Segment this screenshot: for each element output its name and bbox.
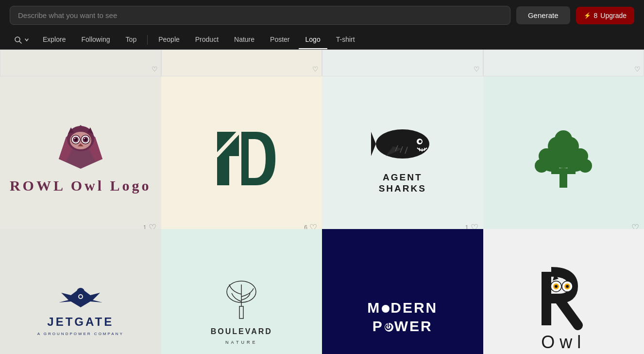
lightning-icon: ⚡ (584, 12, 591, 19)
partial-card-2: ♡ (161, 50, 322, 76)
nav-item-tshirt[interactable]: T-shirt (329, 31, 362, 49)
search-bar[interactable]: Describe what you want to see (10, 6, 510, 25)
partial-like-3[interactable]: ♡ (474, 65, 480, 73)
rowl-text: ROWL Owl Logo (10, 177, 152, 194)
boulevard-main-text: BOULEVARD (211, 327, 272, 336)
jetgate-svg (47, 283, 115, 312)
rowl-logo: ROWL Owl Logo (10, 120, 152, 194)
nav-bar: Explore Following Top People Product Nat… (0, 31, 644, 50)
partial-card-3: ♡ (322, 50, 483, 76)
svg-rect-51 (542, 272, 551, 325)
rowl-owl-svg (51, 120, 110, 174)
agent-sharks-text: AGENT SHARKS (379, 172, 426, 195)
svg-point-43 (578, 159, 592, 173)
owl-r-text: Owl (541, 332, 586, 353)
logo-grid: ROWL Owl Logo 1 ♡ (0, 76, 644, 354)
boulevard-sub-text: NATURE (225, 340, 257, 345)
shark-svg (371, 120, 434, 168)
nav-item-poster[interactable]: Poster (263, 31, 296, 49)
upgrade-button[interactable]: ⚡ 8 Upgrade (576, 7, 635, 24)
nav-item-people[interactable]: People (152, 31, 186, 49)
modern-power-logo: MDERNP⏻WER (367, 284, 438, 335)
partial-like-4[interactable]: ♡ (634, 65, 641, 73)
nav-item-following[interactable]: Following (74, 31, 117, 49)
modern-power-icon-svg (388, 284, 417, 299)
partial-like-1[interactable]: ♡ (152, 65, 158, 73)
partial-card-4: ♡ (483, 50, 644, 76)
modern-power-text: MDERNP⏻WER (367, 299, 438, 335)
nav-search-icon[interactable] (10, 32, 34, 48)
boulevard-logo: BOULEVARD NATURE (211, 275, 272, 345)
tree-green-svg (529, 117, 597, 195)
svg-point-60 (566, 285, 569, 288)
grid-item-modern-power: MDERNP⏻WER ♡ (322, 229, 483, 354)
header: Describe what you want to see Generate ⚡… (0, 0, 644, 31)
svg-rect-49 (239, 306, 243, 319)
svg-line-1 (19, 41, 21, 43)
grid-item-owl-r: Owl ♡ (483, 229, 644, 354)
owl-r-logo: Owl (534, 267, 593, 353)
svg-point-42 (535, 159, 548, 173)
nav-item-nature[interactable]: Nature (227, 31, 261, 49)
nav-divider (147, 35, 148, 45)
svg-point-58 (555, 285, 558, 288)
svg-point-26 (419, 140, 422, 143)
owl-r-svg (534, 267, 593, 330)
generate-button[interactable]: Generate (516, 6, 570, 24)
jetgate-sub-text: A GROUNDPOWER COMPANY (37, 332, 124, 336)
grid-item-agent-sharks: AGENT SHARKS 1 ♡ (322, 76, 483, 238)
grid-item-boulevard: BOULEVARD NATURE ♡ (161, 229, 322, 354)
svg-marker-22 (371, 132, 376, 156)
partial-top-row: ♡ ♡ ♡ ♡ (0, 50, 644, 76)
nav-item-top[interactable]: Top (119, 31, 144, 49)
jetgate-main-text: JETGATE (47, 315, 114, 329)
nav-item-product[interactable]: Product (188, 31, 225, 49)
tree-green-logo (529, 117, 597, 197)
nav-item-logo[interactable]: Logo (299, 31, 327, 49)
jetgate-logo: JETGATE A GROUNDPOWER COMPANY (37, 283, 124, 336)
grid-item-pd: 6 ♡ (161, 76, 322, 238)
svg-line-52 (559, 299, 578, 325)
pd-logo (203, 122, 280, 192)
svg-rect-33 (559, 173, 567, 188)
svg-point-16 (84, 138, 85, 139)
svg-point-12 (74, 138, 75, 139)
svg-point-48 (79, 295, 82, 298)
partial-card-1: ♡ (0, 50, 161, 76)
grid-item-rowl: ROWL Owl Logo 1 ♡ (0, 76, 161, 238)
pd-svg (203, 122, 280, 190)
nav-item-explore[interactable]: Explore (36, 31, 72, 49)
grid-item-jetgate: JETGATE A GROUNDPOWER COMPANY 1 ♡ (0, 229, 161, 354)
search-placeholder: Describe what you want to see (18, 11, 117, 19)
partial-like-2[interactable]: ♡ (312, 65, 319, 73)
grid-item-tree-green: ♡ (483, 76, 644, 238)
svg-point-44 (555, 130, 572, 148)
agent-sharks-logo: AGENT SHARKS (371, 120, 434, 195)
boulevard-tree-svg (217, 275, 266, 323)
